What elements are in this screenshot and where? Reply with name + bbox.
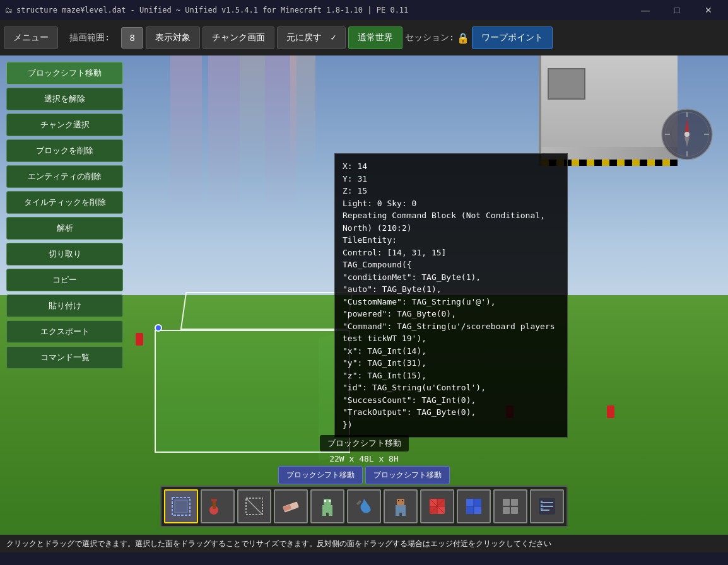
sidebar: ブロックシフト移動 選択を解除 チャンク選択 ブロックを削除 エンティティの削除… xyxy=(6,62,123,369)
info-line-block2: North) (210:2) xyxy=(343,222,560,235)
sidebar-btn-paste[interactable]: 貼り付け xyxy=(6,294,123,317)
svg-line-16 xyxy=(246,498,262,515)
svg-rect-11 xyxy=(175,500,187,513)
svg-rect-23 xyxy=(324,500,326,502)
tool-list[interactable] xyxy=(530,489,564,523)
svg-rect-47 xyxy=(511,507,518,514)
svg-rect-24 xyxy=(329,500,331,502)
svg-rect-13 xyxy=(213,500,216,509)
tool-block-blue[interactable] xyxy=(457,489,491,523)
svg-rect-25 xyxy=(356,500,361,505)
toolbar xyxy=(160,486,568,527)
svg-rect-20 xyxy=(322,505,332,513)
titlebar-controls: — □ ✕ xyxy=(631,1,723,19)
atm-col-2 xyxy=(208,55,240,213)
bottom-tab-2[interactable]: ブロックシフト移動 xyxy=(365,466,450,484)
sidebar-btn-commands[interactable]: コマンド一覧 xyxy=(6,346,123,369)
bottom-dims: 22W x 48L x 8H xyxy=(329,454,399,463)
info-line-close: }) xyxy=(343,419,560,431)
render-value: 8 xyxy=(121,27,143,49)
info-line-id: "id": TAG_String(u'Control'), xyxy=(343,382,560,394)
sidebar-btn-shift[interactable]: ブロックシフト移動 xyxy=(6,62,123,84)
info-line-success: "SuccessCount": TAG_Int(0), xyxy=(343,394,560,407)
bottom-info-bar: ブロックシフト移動 22W x 48L x 8H ブロックシフト移動 ブロックシ… xyxy=(278,435,450,484)
sidebar-btn-export[interactable]: エクスポート xyxy=(6,320,123,343)
info-line-cmd1: "Command": TAG_String(u'/scoreboard play… xyxy=(343,320,560,333)
tool-eraser[interactable] xyxy=(274,489,308,523)
titlebar-left: 🗂 structure maze¥level.dat - Unified ~ U… xyxy=(5,6,408,15)
svg-point-9 xyxy=(684,132,690,137)
sidebar-btn-deselect[interactable]: 選択を解除 xyxy=(6,88,123,110)
svg-rect-53 xyxy=(541,504,543,506)
info-line-powered: "powered": TAG_Byte(0), xyxy=(343,308,560,320)
close-button[interactable]: ✕ xyxy=(694,1,723,19)
info-line-control: Control: [14, 31, 15] xyxy=(343,247,560,259)
svg-rect-40 xyxy=(466,499,474,506)
info-line-cmd2: test tickWT 19'), xyxy=(343,332,560,345)
titlebar: 🗂 structure maze¥level.dat - Unified ~ U… xyxy=(0,0,728,20)
maximize-button[interactable]: □ xyxy=(662,1,691,19)
svg-rect-21 xyxy=(322,513,326,516)
compass xyxy=(659,106,715,163)
info-line-iy: "y": TAG_Int(31), xyxy=(343,357,560,370)
atm-col-5 xyxy=(290,55,315,169)
sidebar-btn-chunk[interactable]: チャンク選択 xyxy=(6,114,123,136)
info-line-custom: "CustomName": TAG_String(u'@'), xyxy=(343,296,560,308)
svg-rect-54 xyxy=(541,508,543,510)
sidebar-btn-delete-entity[interactable]: エンティティの削除 xyxy=(6,165,123,188)
tool-npc[interactable] xyxy=(384,489,418,523)
session-group: セッション: 🔒 xyxy=(405,32,469,44)
tool-block-red[interactable] xyxy=(420,489,454,523)
sidebar-btn-analyze[interactable]: 解析 xyxy=(6,217,123,240)
info-line-track: "TrackOutput": TAG_Byte(0), xyxy=(343,406,560,419)
tool-paint[interactable] xyxy=(201,489,235,523)
session-label: セッション: xyxy=(405,32,454,44)
blue-selection-dot xyxy=(155,324,162,332)
svg-rect-31 xyxy=(402,500,403,501)
tool-select2[interactable] xyxy=(237,489,271,523)
display-button[interactable]: 表示対象 xyxy=(146,26,200,49)
atm-col-3 xyxy=(240,55,265,182)
sidebar-btn-delete-block[interactable]: ブロックを削除 xyxy=(6,139,123,162)
info-line-tile: TileEntity: xyxy=(343,234,560,247)
svg-rect-44 xyxy=(503,499,510,506)
red-marker-2 xyxy=(607,405,614,418)
sidebar-btn-cut[interactable]: 切り取り xyxy=(6,243,123,265)
sidebar-btn-copy[interactable]: コピー xyxy=(6,269,123,291)
back-button[interactable]: 元に戻す ✓ xyxy=(277,26,346,49)
svg-rect-45 xyxy=(511,499,518,506)
red-marker-3 xyxy=(136,333,143,346)
svg-rect-14 xyxy=(211,499,217,501)
svg-rect-30 xyxy=(398,500,399,501)
tool-extra[interactable] xyxy=(493,489,527,523)
info-line-auto: "auto": TAG_Byte(1), xyxy=(343,283,560,296)
svg-rect-29 xyxy=(402,513,406,516)
info-line-x: X: 14 xyxy=(343,160,560,173)
bottom-main-label: ブロックシフト移動 xyxy=(320,435,409,451)
info-line-cond: "conditionMet": TAG_Byte(1), xyxy=(343,271,560,284)
app-icon: 🗂 xyxy=(5,6,13,15)
tool-bucket[interactable] xyxy=(347,489,381,523)
info-panel: X: 14 Y: 31 Z: 15 Light: 0 Sky: 0 Repeat… xyxy=(334,153,568,438)
bottom-tab-1[interactable]: ブロックシフト移動 xyxy=(278,466,363,484)
statusbar: クリックとドラッグで選択できます。選択した面をドラッグすることでリサイズできます… xyxy=(0,535,728,552)
bg-building xyxy=(539,55,678,166)
warp-button[interactable]: ワープポイント xyxy=(472,26,553,49)
building-window xyxy=(548,68,585,100)
info-line-ix: "x": TAG_Int(14), xyxy=(343,345,560,358)
info-line-tag: TAG_Compound({ xyxy=(343,259,560,271)
back-label: 元に戻す xyxy=(286,32,322,42)
selection-box-top xyxy=(180,292,353,330)
info-line-block1: Repeating Command Block (Not Conditional… xyxy=(343,209,560,222)
svg-rect-22 xyxy=(329,513,332,516)
tool-selection[interactable] xyxy=(164,489,198,523)
world-button[interactable]: 通常世界 xyxy=(348,26,402,49)
svg-rect-52 xyxy=(541,501,543,503)
sidebar-btn-delete-tile[interactable]: タイルティックを削除 xyxy=(6,191,123,214)
tool-entity[interactable] xyxy=(310,489,344,523)
chunk-button[interactable]: チャンク画面 xyxy=(203,26,274,49)
info-line-z: Z: 15 xyxy=(343,185,560,197)
render-label: 描画範囲: xyxy=(61,27,119,49)
minimize-button[interactable]: — xyxy=(631,1,660,19)
menu-button[interactable]: メニュー xyxy=(4,26,58,49)
